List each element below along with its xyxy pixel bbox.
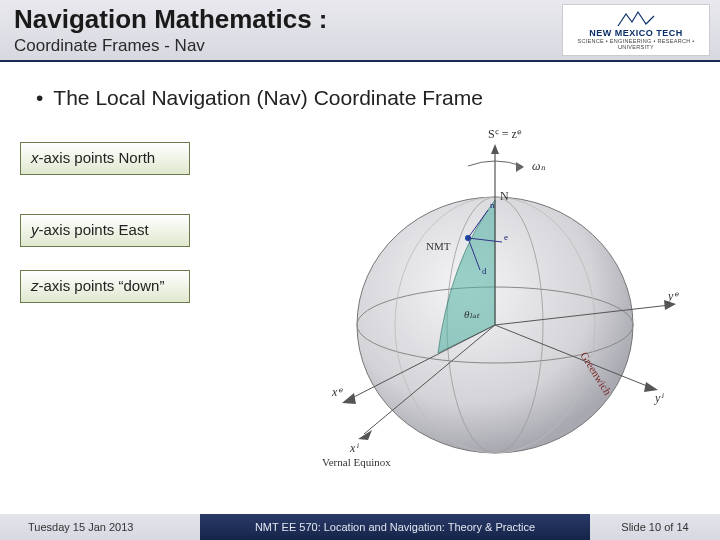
main-bullet: •The Local Navigation (Nav) Coordinate F… <box>36 86 720 110</box>
label-theta: θₗₐₜ <box>464 308 480 320</box>
label-d-ax: d <box>482 266 487 276</box>
logo-tagline: SCIENCE • ENGINEERING • RESEARCH • UNIVE… <box>563 38 709 50</box>
label-e-ax: e <box>504 232 508 242</box>
label-top: Sᶜ = zᵉ <box>488 127 522 141</box>
globe-diagram: Sᶜ = zᵉ ωₙ N NMT θₗₐₜ Greenwich yᵉ yⁱ xᵉ… <box>250 120 690 470</box>
slide-footer: Tuesday 15 Jan 2013 NMT EE 570: Location… <box>0 514 720 540</box>
label-ye: yᵉ <box>667 289 679 303</box>
footer-slide-number: Slide 10 of 14 <box>590 514 720 540</box>
bullet-dot-icon: • <box>36 86 43 109</box>
svg-marker-11 <box>342 393 356 404</box>
label-xi: xⁱ <box>349 441 359 455</box>
x-text: -axis points North <box>39 149 156 166</box>
label-vernal: Vernal Equinox <box>322 456 391 468</box>
content-area: x-axis points North y-axis points East z… <box>0 110 720 480</box>
footer-course: NMT EE 570: Location and Navigation: The… <box>200 514 590 540</box>
svg-marker-13 <box>358 430 372 440</box>
label-n-ax: n <box>490 200 495 210</box>
nmt-logo: NEW MEXICO TECH SCIENCE • ENGINEERING • … <box>562 4 710 56</box>
z-axis-box: z-axis points “down” <box>20 270 190 303</box>
y-axis-box: y-axis points East <box>20 214 190 247</box>
slide-header: Navigation Mathematics : Coordinate Fram… <box>0 0 720 62</box>
bullet-text: The Local Navigation (Nav) Coordinate Fr… <box>53 86 483 109</box>
x-letter: x <box>31 149 39 166</box>
label-north: N <box>500 189 509 203</box>
y-letter: y <box>31 221 39 238</box>
z-text: -axis points “down” <box>39 277 165 294</box>
mountain-icon <box>616 10 656 28</box>
footer-date: Tuesday 15 Jan 2013 <box>0 514 200 540</box>
y-text: -axis points East <box>39 221 149 238</box>
label-nmt: NMT <box>426 240 451 252</box>
logo-name: NEW MEXICO TECH <box>589 28 683 38</box>
label-xe: xᵉ <box>331 385 343 399</box>
z-letter: z <box>31 277 39 294</box>
svg-marker-14 <box>516 162 524 172</box>
label-omega: ωₙ <box>532 159 546 173</box>
x-axis-box: x-axis points North <box>20 142 190 175</box>
svg-marker-5 <box>491 144 499 154</box>
label-yi: yⁱ <box>654 391 664 405</box>
